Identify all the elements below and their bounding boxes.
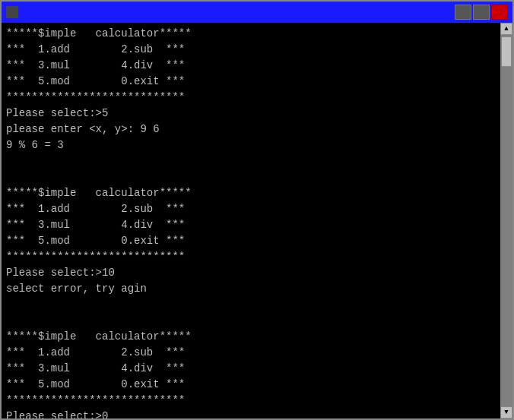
scroll-thumb[interactable] bbox=[501, 36, 512, 67]
content-area: *****$imple calculator***** *** 1.add 2.… bbox=[2, 23, 512, 418]
title-bar bbox=[2, 2, 512, 23]
scroll-track[interactable] bbox=[500, 35, 512, 406]
scroll-down-arrow[interactable]: ▼ bbox=[500, 406, 512, 418]
restore-button[interactable] bbox=[473, 5, 490, 20]
minimize-button[interactable] bbox=[455, 5, 471, 20]
scroll-up-arrow[interactable]: ▲ bbox=[500, 23, 512, 35]
title-buttons bbox=[455, 5, 508, 20]
terminal-output: *****$imple calculator***** *** 1.add 2.… bbox=[2, 23, 500, 418]
window: *****$imple calculator***** *** 1.add 2.… bbox=[0, 0, 514, 420]
title-bar-left bbox=[6, 6, 23, 18]
close-button[interactable] bbox=[491, 5, 508, 20]
scrollbar[interactable]: ▲ ▼ bbox=[500, 23, 512, 418]
app-icon bbox=[6, 6, 18, 18]
